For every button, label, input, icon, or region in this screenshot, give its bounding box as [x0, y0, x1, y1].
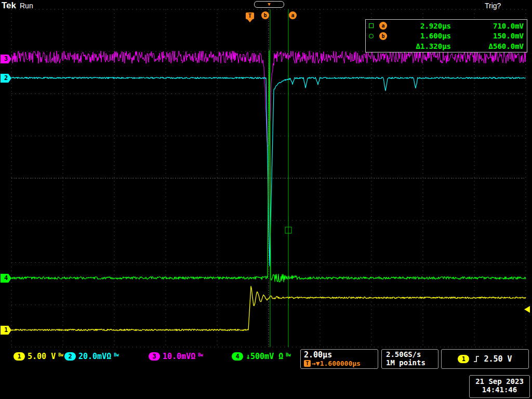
cursor-a-square-icon	[369, 23, 374, 28]
ch1-readout[interactable]: 1 5.00 V Bw	[14, 351, 63, 362]
cursor-readout-panel: a 2.920µs 710.0mV b 1.600µs 150.0mV Δ1.3…	[365, 19, 527, 52]
ch4-bandwidth-icon: Bw	[286, 353, 291, 357]
date-label: 21 Sep 2023	[470, 377, 529, 385]
cursor-b-time: 1.600µs	[391, 32, 451, 40]
horizontal-readout[interactable]: 2.00µs T →▼1.600000µs	[300, 349, 378, 369]
ch1-bandwidth-icon: Bw	[58, 353, 63, 357]
ch4-badge: 4	[232, 352, 243, 361]
time-label: 14:41:46	[470, 385, 529, 394]
ch2-bandwidth-icon: Bw	[114, 353, 119, 357]
ch1-badge: 1	[14, 352, 25, 361]
cursor-a-time: 2.920µs	[391, 22, 451, 30]
timebase-scale: 2.00µs	[304, 350, 375, 360]
cursor-b-flag[interactable]: b	[261, 11, 269, 19]
cursor-a-flag[interactable]: a	[289, 11, 297, 19]
cursor-a-row: a 2.920µs 710.0mV	[369, 21, 524, 30]
cursor-a-voltage: 710.0mV	[451, 22, 524, 30]
cursor-delta-time: Δ1.320µs	[391, 42, 451, 50]
acquisition-readout: 2.50GS/s 1M points	[381, 349, 438, 369]
cursor-delta-voltage: Δ560.0mV	[451, 42, 524, 50]
trigger-level: 2.50 V	[484, 354, 512, 364]
trigger-position-arrow-icon: ▼	[255, 2, 284, 7]
rising-edge-icon	[473, 355, 480, 363]
trigger-readout[interactable]: 1 2.50 V	[441, 349, 529, 369]
ch2-readout[interactable]: 2 20.0mVΩ Bw	[64, 351, 119, 362]
trigger-delay-value: →▼1.600000µs	[312, 360, 361, 367]
waveform-display	[0, 0, 532, 399]
cursor-b-voltage: 150.0mV	[451, 32, 524, 40]
trigger-delay-row: T →▼1.600000µs	[304, 360, 375, 367]
ch3-readout[interactable]: 3 10.0mVΩ Bw	[149, 351, 203, 362]
cursor-b-circle-icon	[369, 34, 374, 38]
datetime-panel: 21 Sep 2023 14:41:46	[469, 375, 530, 398]
trigger-delay-t-badge: T	[304, 360, 311, 367]
ch3-badge: 3	[149, 352, 160, 361]
run-status: Run	[20, 2, 33, 10]
ch3-bandwidth-icon: Bw	[198, 353, 203, 357]
trigger-position-indicator[interactable]: ▼	[254, 1, 284, 8]
ch4-scale: ↓500mV Ω	[246, 352, 283, 361]
cursor-a-badge: a	[379, 22, 387, 30]
ch2-scale: 20.0mVΩ	[78, 352, 111, 361]
cursor-b-badge: b	[379, 32, 387, 40]
cursor-delta-row: Δ1.320µs Δ560.0mV	[369, 42, 524, 50]
cursor-b-row: b 1.600µs 150.0mV	[369, 32, 524, 41]
ch3-scale: 10.0mVΩ	[163, 352, 195, 361]
trigger-status: Trig?	[485, 2, 501, 10]
ch1-scale: 5.00 V	[28, 352, 56, 361]
tek-logo: Tek	[2, 1, 16, 11]
ch4-readout[interactable]: 4 ↓500mV Ω Bw	[232, 351, 291, 362]
sample-rate: 2.50GS/s	[386, 350, 434, 358]
record-length: 1M points	[386, 358, 434, 367]
trigger-source-badge: 1	[458, 355, 469, 363]
ch2-badge: 2	[64, 352, 76, 361]
trigger-time-flag[interactable]: T	[246, 12, 254, 19]
